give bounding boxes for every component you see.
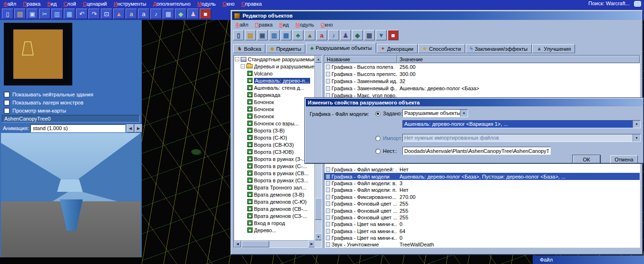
terrain-button[interactable]: ▲ xyxy=(304,30,315,40)
property-row[interactable]: Графика - Файл моделей: ...Нет xyxy=(324,166,640,173)
tree-item[interactable]: ♣Ворота (С-Ю) xyxy=(234,134,315,141)
cancel-button[interactable]: Отмена xyxy=(610,155,638,163)
app-menu-item-5[interactable]: Инструменты xyxy=(110,0,150,7)
preset-radio[interactable] xyxy=(375,111,381,116)
scroll-left-button[interactable]: ◀ xyxy=(234,241,241,247)
tree-item[interactable]: ♣Врата Тронного зал... xyxy=(234,184,315,191)
property-row[interactable]: Графика - Файл моделиАшенваль: дерево-по… xyxy=(324,173,640,179)
new-button[interactable]: ▯ xyxy=(233,30,244,40)
text-label-button[interactable]: a xyxy=(126,9,137,19)
tree-item[interactable]: ♣Ашенваль: дерево-п... xyxy=(234,77,315,84)
app-menu-item-1[interactable]: Правка xyxy=(20,0,44,7)
property-row[interactable]: Графика - Заменяемый ф...Ашенваль: дерев… xyxy=(324,85,640,92)
tree-item[interactable]: ♣Дерево... xyxy=(234,226,315,234)
property-row[interactable]: Графика - Фоновый цвет ...255 xyxy=(324,207,640,214)
tree-item[interactable]: ♣Вход в город xyxy=(234,219,315,226)
minimap[interactable] xyxy=(4,23,72,85)
tree-item[interactable]: ♣Баррикада xyxy=(234,91,315,98)
oe-menu-item-1[interactable]: Правка xyxy=(252,21,276,28)
tree-item[interactable]: ♣Ворота (З-В) xyxy=(234,127,315,134)
custom-radio[interactable] xyxy=(375,149,381,154)
text-label-alt-button[interactable]: a xyxy=(138,9,149,19)
property-row[interactable]: Звук - УничтожениеTreeWallDeath xyxy=(324,241,640,248)
text-button[interactable]: a xyxy=(316,30,327,40)
tab-items[interactable]: ◆Предметы xyxy=(266,44,305,53)
app-menu-item-9[interactable]: Справка xyxy=(238,0,265,7)
tab-upgrades[interactable]: ▲Улучшения xyxy=(532,44,575,53)
redo-button[interactable]: ↷ xyxy=(88,9,100,19)
window-control-icon[interactable] xyxy=(634,1,641,7)
marquee-select-button[interactable]: ⊡ xyxy=(101,9,112,19)
property-row[interactable]: Графика - Высота полета256.00 xyxy=(324,63,640,70)
open-button[interactable]: ▤ xyxy=(245,30,256,40)
tree-item[interactable]: ♣Врата демонов (С-Ю) xyxy=(234,198,315,205)
new-button[interactable]: ▯ xyxy=(2,9,13,19)
app-menu-item-7[interactable]: Модуль xyxy=(194,0,219,7)
scroll-down-button[interactable]: ▼ xyxy=(315,233,322,240)
tree-item[interactable]: ♣Ворота (СЗ-ЮВ) xyxy=(234,148,315,155)
save-button[interactable]: ▣ xyxy=(257,30,268,40)
property-row[interactable]: Графика - Фоновый цвет ...255 xyxy=(324,200,640,207)
search-text[interactable]: Поиск: Warcraft... xyxy=(588,0,630,6)
property-row[interactable]: Графика - Файл модели: п...Нет xyxy=(324,187,640,193)
import-radio[interactable] xyxy=(375,136,381,141)
unit-palette-button[interactable]: ♟ xyxy=(187,9,199,19)
tree-item[interactable]: ♣Ашенваль: стена д... xyxy=(234,84,315,91)
app-menu-item-4[interactable]: Сценарий xyxy=(79,0,110,7)
scroll-thumb[interactable] xyxy=(242,241,269,247)
expander-icon[interactable]: - xyxy=(241,64,245,68)
doodad-palette-button[interactable]: ◆ xyxy=(175,9,186,19)
grid-button[interactable]: ▦ xyxy=(163,9,174,19)
property-row[interactable]: Графика - Файл модели: в...3 xyxy=(324,180,640,187)
tree-item[interactable]: ♣Ворота в руинах (СЗ... xyxy=(234,177,315,184)
tree-item[interactable]: ♣Врата демонов (СВ-... xyxy=(234,205,315,212)
tree-folder[interactable]: -Деревья и разрушаемые ... xyxy=(234,63,315,70)
paste-button[interactable]: ▦ xyxy=(281,30,292,40)
ok-button[interactable]: ОК xyxy=(573,155,600,163)
property-row[interactable]: Графика - Фоновый цвет ...255 xyxy=(324,214,640,221)
tree-item[interactable]: ♣Volcano xyxy=(234,70,315,77)
property-row[interactable]: Графика - Заменяемый ид...32 xyxy=(324,77,640,85)
property-row[interactable]: Графика - Фиксированно...270.00 xyxy=(324,194,640,200)
tab-doodads[interactable]: ✦Декорации xyxy=(377,44,418,53)
model-preview[interactable] xyxy=(1,133,141,257)
column-header-name[interactable]: Название xyxy=(324,56,397,63)
animation-next-button[interactable]: ▶ xyxy=(135,124,142,132)
app-menu-item-6[interactable]: Дополнительно xyxy=(149,0,194,7)
tree-item[interactable]: ♣Ворота (СВ-ЮЗ) xyxy=(234,141,315,148)
checkbox[interactable] xyxy=(4,92,10,97)
units-button[interactable]: ♟ xyxy=(340,30,351,40)
oe-menu-item-0[interactable]: Файл xyxy=(232,21,252,28)
oe-menu-item-4[interactable]: Окно xyxy=(317,21,336,28)
tree-item[interactable]: ♣Врата демонов (З-В) xyxy=(234,191,315,198)
app-menu-item-0[interactable]: Файл xyxy=(0,0,20,7)
tree-item[interactable]: ♣Ворота в руинах (З-... xyxy=(234,155,315,162)
preset-combobox[interactable]: Разрушаемые объекты ▼ xyxy=(402,109,468,117)
checkbox[interactable] xyxy=(4,108,10,113)
tree-item[interactable]: ♣Бочонок xyxy=(234,105,315,113)
save-button[interactable]: ▣ xyxy=(27,9,38,19)
column-header-value[interactable]: Значение xyxy=(397,56,640,63)
animation-prev-button[interactable]: ◀ xyxy=(127,124,134,132)
checkbox[interactable] xyxy=(4,100,10,105)
property-row[interactable]: Графика - Цвет на мини-к...0 xyxy=(324,235,640,241)
trigger-button[interactable]: ■ xyxy=(388,30,399,40)
undo-button[interactable]: ↶ xyxy=(76,9,88,19)
open-button[interactable]: ▤ xyxy=(14,9,26,19)
copy-button[interactable]: ▥ xyxy=(51,9,63,19)
scroll-thumb[interactable] xyxy=(315,198,322,220)
dialog-titlebar[interactable]: Изменить свойства разрушаемого объекта xyxy=(306,99,643,106)
object-editor-titlebar[interactable]: Редактор объектов xyxy=(232,11,641,20)
app-menu-item-3[interactable]: Слой xyxy=(60,0,79,7)
custom-path-input[interactable] xyxy=(402,147,551,155)
chevron-down-icon[interactable]: ▼ xyxy=(633,121,640,128)
tree-item[interactable]: ♣Бочонок xyxy=(234,98,315,105)
tree-horizontal-scrollbar[interactable]: ◀ ▶ xyxy=(234,240,315,247)
sound-palette-button[interactable]: ♪ xyxy=(150,9,162,19)
tab-destructibles[interactable]: ♣Разрушаемые объекты xyxy=(306,43,376,53)
app-menu-item-8[interactable]: Окно xyxy=(219,0,238,7)
import-button[interactable]: ▼ xyxy=(376,30,387,40)
sound-button[interactable]: ♪ xyxy=(328,30,339,40)
tree-item[interactable]: ♣Бочонок xyxy=(234,113,315,120)
app-menu-item-2[interactable]: Вид xyxy=(44,0,60,7)
